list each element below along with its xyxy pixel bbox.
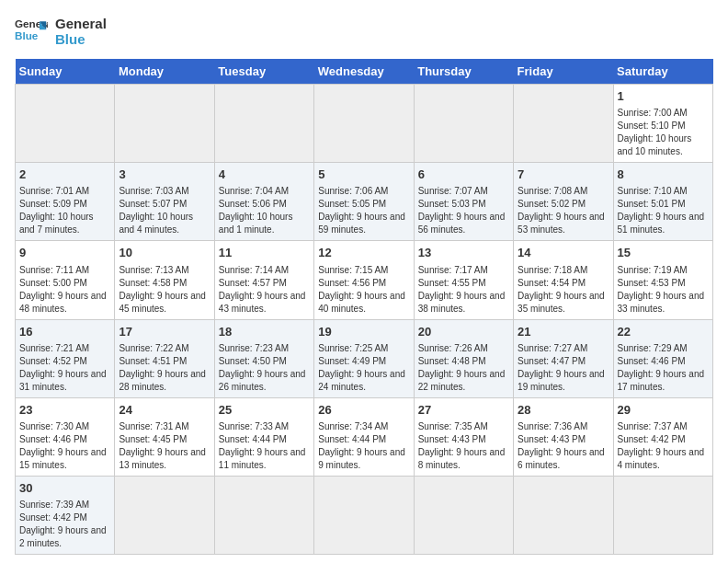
day-number: 28 [518, 402, 609, 419]
cell-info: Sunrise: 7:26 AM Sunset: 4:48 PM Dayligh… [418, 342, 509, 394]
weekday-header-tuesday: Tuesday [214, 59, 313, 85]
calendar-cell [414, 476, 513, 554]
calendar-cell: 16Sunrise: 7:21 AM Sunset: 4:52 PM Dayli… [16, 319, 115, 397]
day-number: 19 [318, 324, 409, 340]
week-row-3: 9Sunrise: 7:11 AM Sunset: 5:00 PM Daylig… [16, 241, 713, 319]
cell-info: Sunrise: 7:35 AM Sunset: 4:43 PM Dayligh… [418, 420, 509, 472]
cell-info: Sunrise: 7:36 AM Sunset: 4:43 PM Dayligh… [518, 420, 609, 472]
day-number: 7 [518, 167, 609, 183]
weekday-header-monday: Monday [115, 59, 214, 85]
cell-info: Sunrise: 7:39 AM Sunset: 4:42 PM Dayligh… [19, 499, 110, 550]
day-number: 27 [418, 402, 509, 419]
day-number: 5 [318, 167, 409, 183]
calendar-cell: 21Sunrise: 7:27 AM Sunset: 4:47 PM Dayli… [514, 319, 613, 397]
calendar-cell [214, 85, 313, 163]
calendar-cell: 23Sunrise: 7:30 AM Sunset: 4:46 PM Dayli… [16, 397, 115, 476]
calendar-cell [314, 85, 414, 163]
cell-info: Sunrise: 7:33 AM Sunset: 4:44 PM Dayligh… [219, 420, 310, 472]
weekday-header-wednesday: Wednesday [314, 59, 414, 85]
cell-info: Sunrise: 7:23 AM Sunset: 4:50 PM Dayligh… [219, 342, 310, 394]
cell-info: Sunrise: 7:27 AM Sunset: 4:47 PM Dayligh… [518, 342, 609, 394]
week-row-5: 23Sunrise: 7:30 AM Sunset: 4:46 PM Dayli… [16, 397, 713, 476]
cell-info: Sunrise: 7:22 AM Sunset: 4:51 PM Dayligh… [119, 342, 210, 394]
cell-info: Sunrise: 7:25 AM Sunset: 4:49 PM Dayligh… [318, 342, 409, 394]
logo-general-text: General [55, 16, 107, 31]
cell-info: Sunrise: 7:07 AM Sunset: 5:03 PM Dayligh… [418, 185, 509, 236]
day-number: 15 [618, 245, 709, 261]
day-number: 13 [418, 245, 509, 261]
week-row-6: 30Sunrise: 7:39 AM Sunset: 4:42 PM Dayli… [16, 476, 713, 554]
calendar-cell: 30Sunrise: 7:39 AM Sunset: 4:42 PM Dayli… [16, 476, 115, 554]
calendar-cell: 2Sunrise: 7:01 AM Sunset: 5:09 PM Daylig… [16, 163, 115, 241]
day-number: 3 [119, 167, 210, 183]
calendar-cell: 9Sunrise: 7:11 AM Sunset: 5:00 PM Daylig… [16, 241, 115, 319]
calendar-cell: 14Sunrise: 7:18 AM Sunset: 4:54 PM Dayli… [514, 241, 613, 319]
week-row-1: 1Sunrise: 7:00 AM Sunset: 5:10 PM Daylig… [16, 85, 713, 163]
calendar-cell [613, 476, 712, 554]
calendar-cell: 24Sunrise: 7:31 AM Sunset: 4:45 PM Dayli… [115, 397, 214, 476]
day-number: 20 [418, 324, 509, 340]
day-number: 30 [19, 480, 110, 497]
calendar-cell [115, 476, 214, 554]
weekday-header-row: SundayMondayTuesdayWednesdayThursdayFrid… [16, 59, 713, 85]
calendar-cell: 26Sunrise: 7:34 AM Sunset: 4:44 PM Dayli… [314, 397, 414, 476]
cell-info: Sunrise: 7:03 AM Sunset: 5:07 PM Dayligh… [119, 185, 210, 236]
calendar-cell: 10Sunrise: 7:13 AM Sunset: 4:58 PM Dayli… [115, 241, 214, 319]
cell-info: Sunrise: 7:19 AM Sunset: 4:53 PM Dayligh… [618, 264, 709, 316]
calendar-cell [115, 85, 214, 163]
cell-info: Sunrise: 7:14 AM Sunset: 4:57 PM Dayligh… [219, 264, 310, 316]
week-row-2: 2Sunrise: 7:01 AM Sunset: 5:09 PM Daylig… [16, 163, 713, 241]
calendar-cell: 5Sunrise: 7:06 AM Sunset: 5:05 PM Daylig… [314, 163, 414, 241]
calendar-cell: 15Sunrise: 7:19 AM Sunset: 4:53 PM Dayli… [613, 241, 712, 319]
day-number: 16 [19, 324, 110, 340]
day-number: 17 [119, 324, 210, 340]
day-number: 9 [19, 245, 110, 261]
logo: General Blue General Blue [15, 15, 107, 48]
day-number: 12 [318, 245, 409, 261]
calendar-cell: 17Sunrise: 7:22 AM Sunset: 4:51 PM Dayli… [115, 319, 214, 397]
cell-info: Sunrise: 7:21 AM Sunset: 4:52 PM Dayligh… [19, 342, 110, 394]
day-number: 8 [618, 167, 709, 183]
calendar-cell: 8Sunrise: 7:10 AM Sunset: 5:01 PM Daylig… [613, 163, 712, 241]
week-row-4: 16Sunrise: 7:21 AM Sunset: 4:52 PM Dayli… [16, 319, 713, 397]
day-number: 21 [518, 324, 609, 340]
day-number: 29 [618, 402, 709, 419]
calendar-cell [16, 85, 115, 163]
day-number: 10 [119, 245, 210, 261]
cell-info: Sunrise: 7:18 AM Sunset: 4:54 PM Dayligh… [518, 264, 609, 316]
day-number: 4 [219, 167, 310, 183]
day-number: 25 [219, 402, 310, 419]
day-number: 22 [618, 324, 709, 340]
calendar-cell: 4Sunrise: 7:04 AM Sunset: 5:06 PM Daylig… [214, 163, 313, 241]
calendar-table: SundayMondayTuesdayWednesdayThursdayFrid… [15, 59, 713, 555]
cell-info: Sunrise: 7:10 AM Sunset: 5:01 PM Dayligh… [618, 185, 709, 236]
cell-info: Sunrise: 7:30 AM Sunset: 4:46 PM Dayligh… [19, 420, 110, 472]
calendar-cell: 20Sunrise: 7:26 AM Sunset: 4:48 PM Dayli… [414, 319, 513, 397]
cell-info: Sunrise: 7:34 AM Sunset: 4:44 PM Dayligh… [318, 420, 409, 472]
day-number: 6 [418, 167, 509, 183]
calendar-cell: 7Sunrise: 7:08 AM Sunset: 5:02 PM Daylig… [514, 163, 613, 241]
day-number: 24 [119, 402, 210, 419]
logo-blue-text: Blue [55, 31, 107, 47]
cell-info: Sunrise: 7:01 AM Sunset: 5:09 PM Dayligh… [19, 185, 110, 236]
day-number: 11 [219, 245, 310, 261]
calendar-cell: 12Sunrise: 7:15 AM Sunset: 4:56 PM Dayli… [314, 241, 414, 319]
cell-info: Sunrise: 7:15 AM Sunset: 4:56 PM Dayligh… [318, 264, 409, 316]
calendar-cell: 1Sunrise: 7:00 AM Sunset: 5:10 PM Daylig… [613, 85, 712, 163]
cell-info: Sunrise: 7:29 AM Sunset: 4:46 PM Dayligh… [618, 342, 709, 394]
cell-info: Sunrise: 7:04 AM Sunset: 5:06 PM Dayligh… [219, 185, 310, 236]
logo-icon: General Blue [15, 15, 48, 48]
svg-text:Blue: Blue [15, 29, 39, 41]
calendar-cell [214, 476, 313, 554]
calendar-cell [514, 85, 613, 163]
weekday-header-thursday: Thursday [414, 59, 513, 85]
day-number: 23 [19, 402, 110, 419]
weekday-header-friday: Friday [514, 59, 613, 85]
day-number: 1 [618, 88, 709, 105]
calendar-cell [514, 476, 613, 554]
cell-info: Sunrise: 7:11 AM Sunset: 5:00 PM Dayligh… [19, 264, 110, 316]
calendar-cell [314, 476, 414, 554]
calendar-cell [414, 85, 513, 163]
day-number: 26 [318, 402, 409, 419]
cell-info: Sunrise: 7:17 AM Sunset: 4:55 PM Dayligh… [418, 264, 509, 316]
